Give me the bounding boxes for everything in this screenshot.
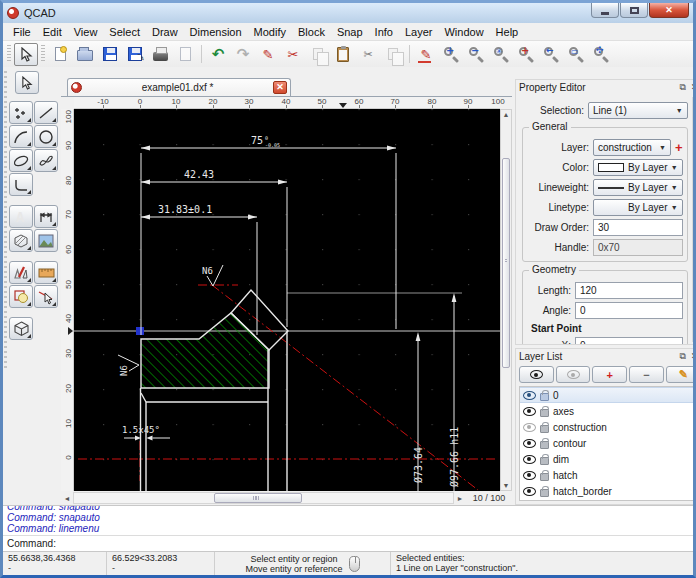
horizontal-scroll-thumb[interactable] bbox=[214, 493, 302, 503]
menu-snap[interactable]: Snap bbox=[331, 24, 369, 40]
save-as-button[interactable]: ✎ bbox=[123, 43, 147, 66]
scroll-up-icon[interactable]: ▲ bbox=[693, 99, 696, 106]
linetype-combo[interactable]: By Layer▼ bbox=[593, 199, 683, 216]
tool-arc[interactable] bbox=[9, 125, 33, 148]
selection-combo[interactable]: Line (1)▼ bbox=[588, 102, 688, 119]
menu-select[interactable]: Select bbox=[103, 24, 146, 40]
layer-lock-icon[interactable] bbox=[540, 425, 549, 433]
layer-visibility-icon[interactable] bbox=[523, 439, 536, 448]
layer-visibility-icon[interactable] bbox=[523, 391, 536, 400]
tool-spline[interactable] bbox=[34, 149, 58, 172]
menu-modify[interactable]: Modify bbox=[248, 24, 292, 40]
vertical-scroll-thumb[interactable] bbox=[502, 158, 510, 368]
menu-view[interactable]: View bbox=[68, 24, 104, 40]
layer-combo[interactable]: construction▼ bbox=[593, 139, 671, 156]
vertical-scrollbar[interactable]: ▲ ▼ bbox=[500, 109, 512, 491]
close-panel-icon[interactable]: ✕ bbox=[689, 83, 696, 92]
menu-help[interactable]: Help bbox=[490, 24, 525, 40]
show-all-layers-button[interactable] bbox=[519, 366, 554, 383]
menu-layer[interactable]: Layer bbox=[399, 24, 439, 40]
menu-info[interactable]: Info bbox=[369, 24, 399, 40]
reference-point-marker[interactable] bbox=[136, 327, 144, 335]
lineweight-combo[interactable]: By Layer▼ bbox=[593, 179, 683, 196]
tool-circle[interactable] bbox=[34, 125, 58, 148]
selection-pointer-button[interactable] bbox=[14, 43, 38, 66]
tool-modify[interactable] bbox=[9, 261, 33, 284]
zoom-in-button[interactable] bbox=[439, 43, 463, 66]
add-layer-icon[interactable]: + bbox=[675, 141, 683, 154]
redo-button[interactable]: ↷ bbox=[231, 43, 255, 66]
menu-dimension[interactable]: Dimension bbox=[184, 24, 248, 40]
length-input[interactable]: 120 bbox=[575, 282, 683, 299]
layer-lock-icon[interactable] bbox=[540, 393, 549, 401]
edit-layer-button[interactable]: ✎ bbox=[666, 366, 696, 383]
layer-lock-icon[interactable] bbox=[540, 457, 549, 465]
close-panel-icon[interactable]: ✕ bbox=[689, 352, 696, 361]
property-editor-scrollbar[interactable]: ▲ ▼ bbox=[692, 97, 696, 342]
layer-lock-icon[interactable] bbox=[540, 489, 549, 497]
open-file-button[interactable] bbox=[73, 43, 97, 66]
layer-lock-icon[interactable] bbox=[540, 441, 549, 449]
scroll-right-icon[interactable]: ► bbox=[454, 495, 466, 502]
menu-window[interactable]: Window bbox=[438, 24, 489, 40]
float-panel-icon[interactable]: ⧉ bbox=[677, 352, 689, 361]
start-x-input[interactable]: 0 bbox=[575, 337, 683, 344]
layer-visibility-icon[interactable] bbox=[523, 407, 536, 416]
tool-line[interactable] bbox=[34, 101, 58, 124]
command-input[interactable] bbox=[56, 537, 693, 551]
add-layer-button[interactable]: + bbox=[592, 366, 627, 383]
close-button[interactable]: ✕ bbox=[649, 3, 689, 18]
save-button[interactable] bbox=[98, 43, 122, 66]
layer-visibility-icon[interactable] bbox=[523, 423, 536, 432]
tool-block[interactable] bbox=[9, 285, 33, 308]
scroll-down-icon[interactable]: ▼ bbox=[501, 482, 511, 489]
paste-button[interactable] bbox=[331, 43, 355, 66]
palette-grip[interactable] bbox=[4, 71, 7, 371]
layer-row[interactable]: hatch_border bbox=[520, 483, 696, 499]
tool-text[interactable]: A bbox=[9, 205, 33, 228]
tool-solid[interactable] bbox=[9, 317, 33, 340]
drawing-canvas[interactable]: 75 0 -0.05 42.43 31.83±0.1 1.5x45° Ø73.6… bbox=[74, 109, 500, 491]
paste-reference-button[interactable] bbox=[381, 43, 405, 66]
layer-row[interactable]: axes bbox=[520, 403, 696, 419]
menu-edit[interactable]: Edit bbox=[37, 24, 68, 40]
menu-block[interactable]: Block bbox=[292, 24, 331, 40]
draw-pen-button[interactable]: ✎ bbox=[414, 43, 438, 66]
tool-dimension[interactable] bbox=[34, 205, 58, 228]
layer-row[interactable]: construction bbox=[520, 419, 696, 435]
auto-zoom-button[interactable] bbox=[489, 43, 513, 66]
pan-button[interactable] bbox=[589, 43, 613, 66]
layer-row[interactable]: dim bbox=[520, 451, 696, 467]
layer-visibility-icon[interactable] bbox=[523, 455, 536, 464]
tool-pointer[interactable] bbox=[15, 71, 39, 94]
tool-ellipse[interactable] bbox=[9, 149, 33, 172]
tool-select-entity[interactable] bbox=[34, 285, 58, 308]
layer-visibility-icon[interactable] bbox=[523, 487, 536, 496]
cut-button[interactable]: ✂ bbox=[281, 43, 305, 66]
tool-hatch[interactable] bbox=[9, 229, 33, 252]
new-file-button[interactable] bbox=[48, 43, 72, 66]
layer-row[interactable]: contour bbox=[520, 435, 696, 451]
toolbar-grip[interactable] bbox=[41, 45, 45, 63]
menu-file[interactable]: File bbox=[7, 24, 37, 40]
zoom-selection-button[interactable] bbox=[514, 43, 538, 66]
color-combo[interactable]: By Layer▼ bbox=[593, 159, 683, 176]
undo-button[interactable]: ↶ bbox=[206, 43, 230, 66]
document-tab[interactable]: example01.dxf * ✕ bbox=[67, 78, 291, 96]
minimize-button[interactable] bbox=[591, 3, 619, 18]
remove-layer-button[interactable]: − bbox=[629, 366, 664, 383]
menu-draw[interactable]: Draw bbox=[146, 24, 184, 40]
tab-close-button[interactable]: ✕ bbox=[273, 81, 287, 94]
scroll-up-icon[interactable]: ▲ bbox=[501, 111, 511, 118]
draworder-input[interactable]: 30 bbox=[593, 219, 683, 236]
print-preview-button[interactable] bbox=[173, 43, 197, 66]
angle-input[interactable]: 0 bbox=[575, 302, 683, 319]
copy-button[interactable] bbox=[306, 43, 330, 66]
tool-image[interactable] bbox=[34, 229, 58, 252]
layer-visibility-icon[interactable] bbox=[523, 471, 536, 480]
layer-row[interactable]: 0 bbox=[520, 387, 696, 403]
horizontal-scrollbar[interactable]: ◄ ► 10 / 100 bbox=[61, 491, 512, 505]
layer-row[interactable]: hatch bbox=[520, 467, 696, 483]
tool-point[interactable] bbox=[9, 101, 33, 124]
layer-lock-icon[interactable] bbox=[540, 473, 549, 481]
